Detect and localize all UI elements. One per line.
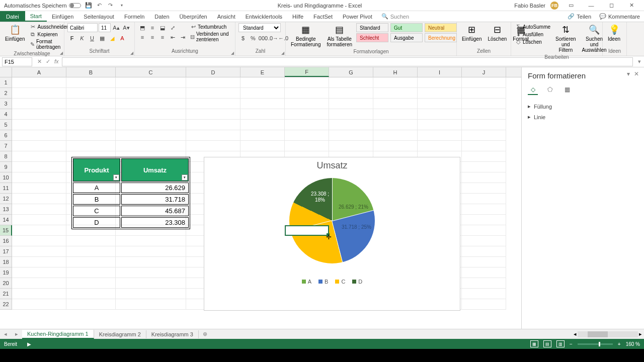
column-header[interactable]: I	[418, 67, 462, 77]
delete-cells-button[interactable]: ⊟Löschen	[486, 23, 509, 43]
cell[interactable]	[285, 130, 329, 141]
cell[interactable]	[186, 77, 240, 88]
alignment-launcher-icon[interactable]: ◢	[231, 51, 234, 55]
cell[interactable]	[66, 130, 116, 141]
column-header[interactable]: B	[66, 67, 116, 77]
page-break-view-icon[interactable]: ▥	[556, 340, 565, 347]
cell[interactable]	[12, 215, 66, 225]
name-box[interactable]: F15	[2, 57, 32, 66]
pane-close-icon[interactable]: ✕	[634, 70, 639, 77]
row-header[interactable]: 22	[0, 299, 12, 310]
cell[interactable]	[373, 99, 418, 109]
tab-factset[interactable]: FactSet	[308, 11, 338, 22]
cell[interactable]	[240, 141, 285, 151]
cell[interactable]	[116, 299, 186, 310]
cell[interactable]	[418, 88, 462, 99]
style-calculation[interactable]: Berechnung	[425, 33, 457, 42]
cell[interactable]	[285, 99, 329, 109]
cell[interactable]	[12, 120, 66, 130]
style-standard[interactable]: Standard	[356, 23, 388, 32]
cell[interactable]	[66, 141, 116, 151]
border-button[interactable]: ▦	[98, 34, 107, 43]
percent-icon[interactable]: %	[249, 34, 258, 43]
cell[interactable]	[462, 130, 506, 141]
sort-filter-button[interactable]: ⇅Sortieren und Filtern	[553, 23, 578, 54]
pane-options-icon[interactable]: ▾	[627, 70, 630, 77]
expand-formula-icon[interactable]: ▾	[635, 58, 644, 65]
cell[interactable]	[462, 215, 506, 225]
row-header[interactable]: 12	[0, 194, 12, 204]
cell[interactable]	[116, 257, 186, 267]
tab-insert[interactable]: Einfügen	[47, 11, 78, 22]
cell[interactable]	[329, 120, 373, 130]
clear-button[interactable]: ◇Löschen	[514, 38, 551, 45]
cell[interactable]	[285, 88, 329, 99]
sheet-tab[interactable]: Kreisdiagramm 3	[146, 330, 199, 338]
hscroll-track[interactable]	[578, 331, 638, 337]
underline-button[interactable]: U	[88, 34, 97, 43]
cell[interactable]	[66, 278, 116, 289]
row-header[interactable]: 5	[0, 120, 12, 130]
add-sheet-icon[interactable]: ⊕	[199, 331, 211, 337]
font-color-button[interactable]: A	[118, 34, 127, 43]
table-header-umsatz[interactable]: Umsatz▾	[121, 158, 189, 182]
qat-customize-icon[interactable]: ▾	[118, 2, 125, 9]
cell[interactable]	[418, 99, 462, 109]
format-as-table-button[interactable]: ▤Als Tabelle formatieren	[325, 23, 354, 48]
select-all-corner[interactable]	[0, 67, 12, 77]
share-button[interactable]: 🔗 Teilen	[564, 11, 595, 22]
align-center-icon[interactable]: ≡	[148, 33, 157, 42]
fill-line-tab-icon[interactable]: ◇	[528, 85, 538, 95]
italic-button[interactable]: K	[77, 34, 87, 43]
cell[interactable]	[116, 77, 186, 88]
cell[interactable]	[116, 278, 186, 289]
increase-decimal-icon[interactable]: .0→	[269, 34, 278, 43]
fill-button[interactable]: ⬇Ausfüllen	[514, 31, 551, 38]
zoom-in-icon[interactable]: +	[618, 341, 621, 347]
cell[interactable]	[462, 141, 506, 151]
sheet-nav-prev-icon[interactable]: ◂	[0, 331, 11, 337]
cell[interactable]	[240, 88, 285, 99]
cell[interactable]	[66, 99, 116, 109]
save-icon[interactable]: 💾	[85, 2, 92, 9]
cell[interactable]	[462, 120, 506, 130]
cell[interactable]	[66, 299, 116, 310]
zoom-level[interactable]: 160 %	[626, 341, 640, 347]
decrease-font-icon[interactable]: A▾	[122, 23, 131, 32]
cell[interactable]	[329, 130, 373, 141]
cell[interactable]	[116, 109, 186, 120]
row-header[interactable]: 2	[0, 88, 12, 99]
cell[interactable]	[12, 204, 66, 215]
column-header[interactable]: D	[186, 67, 240, 77]
cell[interactable]	[329, 109, 373, 120]
fill-section[interactable]: ▸Füllung	[528, 101, 638, 112]
cell[interactable]	[462, 225, 506, 236]
row-header[interactable]: 6	[0, 130, 12, 141]
redo-icon[interactable]: ↷	[107, 2, 114, 9]
close-icon[interactable]: ✕	[624, 1, 639, 11]
maximize-icon[interactable]: ◻	[604, 1, 619, 11]
cell[interactable]	[12, 162, 66, 172]
cell[interactable]	[285, 141, 329, 151]
normal-view-icon[interactable]: ▦	[530, 340, 538, 347]
cell[interactable]	[285, 109, 329, 120]
cell[interactable]	[66, 267, 116, 278]
cell[interactable]	[12, 194, 66, 204]
row-header[interactable]: 7	[0, 141, 12, 151]
autosave-toggle[interactable]: Automatisches Speichern	[4, 3, 81, 9]
cell[interactable]	[116, 141, 186, 151]
row-header[interactable]: 8	[0, 151, 12, 162]
cell[interactable]	[116, 99, 186, 109]
tab-formulas[interactable]: Formeln	[119, 11, 149, 22]
font-size-select[interactable]	[99, 23, 111, 32]
column-header[interactable]: J	[462, 67, 506, 77]
row-header[interactable]: 9	[0, 162, 12, 172]
style-good[interactable]: Gut	[390, 23, 423, 32]
size-tab-icon[interactable]: ▦	[562, 85, 572, 95]
row-header[interactable]: 1	[0, 77, 12, 88]
conditional-formatting-button[interactable]: ▦Bedingte Formatierung	[289, 23, 323, 48]
tab-pagelayout[interactable]: Seitenlayout	[78, 11, 119, 22]
cell[interactable]	[186, 109, 240, 120]
worksheet[interactable]: ABCDEFGHIJ 12345678910111213141516171819…	[0, 67, 521, 329]
cell[interactable]	[186, 88, 240, 99]
